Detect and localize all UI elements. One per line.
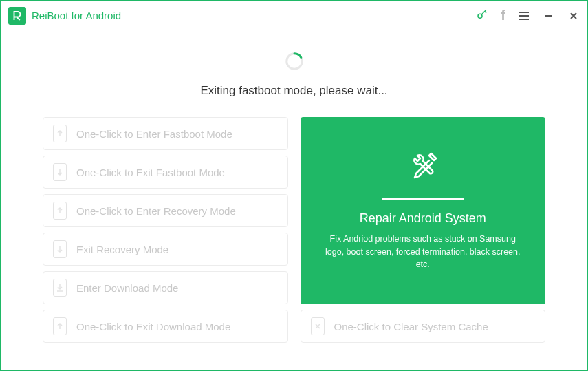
titlebar-controls: f [476,8,580,23]
spinner-icon [284,51,305,72]
close-button[interactable] [567,10,580,22]
svg-point-0 [478,14,482,18]
titlebar: ReiBoot for Android f [1,1,587,30]
exit-recovery-button[interactable]: Exit Recovery Mode [43,233,288,266]
phone-download-icon [53,279,67,297]
status-message: Exiting fastboot mode, please wait... [200,84,387,98]
minimize-button[interactable] [543,10,555,22]
phone-arrow-up-icon [53,125,67,142]
options-left-column: One-Click to Enter Fastboot Mode One-Cli… [43,117,288,343]
option-label: Enter Download Mode [76,282,178,294]
phone-arrow-down-icon [53,163,67,181]
enter-fastboot-button[interactable]: One-Click to Enter Fastboot Mode [43,117,288,150]
option-label: One-Click to Clear System Cache [334,321,488,332]
app-logo [8,7,26,25]
clear-cache-button[interactable]: One-Click to Clear System Cache [301,310,546,343]
exit-fastboot-button[interactable]: One-Click to Exit Fastboot Mode [43,156,288,189]
enter-recovery-button[interactable]: One-Click to Enter Recovery Mode [43,194,288,227]
key-icon[interactable] [476,8,488,23]
divider [382,198,464,200]
menu-icon[interactable] [518,10,530,22]
phone-arrow-up-icon [53,202,67,220]
status-area: Exiting fastboot mode, please wait... [43,51,545,98]
option-label: One-Click to Enter Fastboot Mode [76,128,232,140]
enter-download-button[interactable]: Enter Download Mode [43,271,288,304]
option-label: One-Click to Enter Recovery Mode [76,205,236,217]
logo-r-icon [11,10,23,22]
option-label: One-Click to Exit Download Mode [76,321,230,332]
app-title: ReiBoot for Android [32,10,121,21]
hero-description: Fix Andriod problems such as stuck on Sa… [321,233,525,271]
facebook-icon[interactable]: f [501,8,505,23]
main-content: Exiting fastboot mode, please wait... On… [1,30,587,370]
option-label: Exit Recovery Mode [76,244,168,255]
options-grid: One-Click to Enter Fastboot Mode One-Cli… [43,117,545,343]
tools-icon [406,150,439,186]
exit-download-button[interactable]: One-Click to Exit Download Mode [43,310,288,343]
hero-title: Repair Android System [360,211,486,226]
phone-arrow-down-icon [53,240,67,258]
options-right-column: Repair Android System Fix Andriod proble… [301,117,546,343]
phone-arrow-up-icon [53,317,67,335]
repair-system-card[interactable]: Repair Android System Fix Andriod proble… [301,117,546,304]
app-window: ReiBoot for Android f [0,0,588,371]
option-label: One-Click to Exit Fastboot Mode [76,167,225,178]
phone-clear-icon [311,317,325,335]
